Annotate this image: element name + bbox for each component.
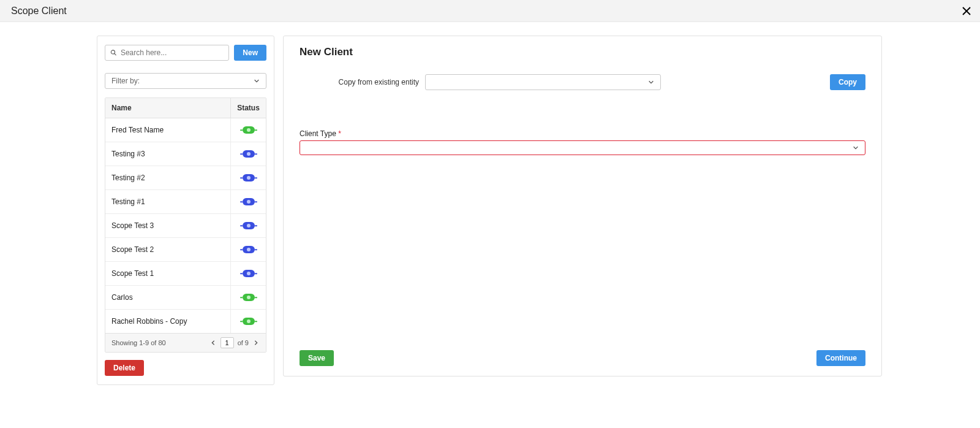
- status-eye-icon: [243, 294, 255, 301]
- status-eye-icon: [243, 174, 255, 182]
- client-status-cell: [231, 142, 266, 166]
- client-status-cell: [231, 262, 266, 285]
- client-type-select[interactable]: [300, 140, 865, 155]
- status-eye-icon: [243, 126, 255, 134]
- chevron-down-icon: [853, 145, 859, 151]
- search-icon: [110, 49, 117, 56]
- new-button[interactable]: New: [234, 45, 266, 61]
- table-row[interactable]: Rachel Robbins - Copy: [105, 310, 266, 333]
- status-eye-icon: [243, 318, 255, 325]
- client-name-cell: Scope Test 1: [105, 262, 231, 285]
- table-row[interactable]: Testing #3: [105, 142, 266, 166]
- search-input[interactable]: [121, 48, 224, 57]
- copy-button[interactable]: Copy: [830, 74, 865, 90]
- client-status-cell: [231, 190, 266, 213]
- status-eye-icon: [243, 222, 255, 229]
- client-name-cell: Carlos: [105, 286, 231, 309]
- status-eye-icon: [243, 198, 255, 205]
- table-row[interactable]: Scope Test 2: [105, 238, 266, 262]
- status-eye-icon: [243, 150, 255, 158]
- chevron-down-icon: [648, 79, 654, 85]
- page-next[interactable]: [252, 339, 260, 346]
- client-status-cell: [231, 118, 266, 142]
- status-eye-icon: [243, 246, 255, 253]
- table-row[interactable]: Carlos: [105, 286, 266, 310]
- client-status-cell: [231, 214, 266, 237]
- search-input-wrapper[interactable]: [105, 45, 229, 61]
- client-list-panel: New Filter by: Name Status Fred Test Nam…: [97, 36, 274, 385]
- form-panel: New Client Copy from existing entity Cop…: [283, 36, 882, 376]
- client-type-label: Client Type *: [300, 129, 865, 138]
- pagination-summary: Showing 1-9 of 80: [111, 339, 166, 346]
- filter-select[interactable]: Filter by:: [105, 73, 266, 89]
- table-row[interactable]: Testing #2: [105, 166, 266, 190]
- required-asterisk: *: [338, 129, 341, 138]
- chevron-down-icon: [254, 78, 260, 84]
- modal-header: Scope Client: [0, 0, 980, 22]
- save-button[interactable]: Save: [300, 350, 334, 366]
- client-status-cell: [231, 166, 266, 189]
- page-of: of 9: [238, 339, 249, 346]
- svg-point-2: [111, 50, 115, 54]
- status-eye-icon: [243, 270, 255, 277]
- client-name-cell: Testing #2: [105, 166, 231, 189]
- client-status-cell: [231, 286, 266, 309]
- pagination: Showing 1-9 of 80 of 9: [105, 333, 266, 352]
- page-title: Scope Client: [11, 6, 67, 17]
- page-input[interactable]: [221, 337, 234, 348]
- delete-button[interactable]: Delete: [105, 360, 144, 376]
- client-name-cell: Testing #3: [105, 142, 231, 166]
- filter-label: Filter by:: [111, 77, 140, 85]
- page-prev[interactable]: [209, 339, 217, 346]
- copy-from-select[interactable]: [425, 74, 661, 90]
- client-name-cell: Rachel Robbins - Copy: [105, 310, 231, 333]
- table-row[interactable]: Scope Test 1: [105, 262, 266, 286]
- table-row[interactable]: Testing #1: [105, 190, 266, 214]
- client-name-cell: Fred Test Name: [105, 118, 231, 142]
- table-row[interactable]: Scope Test 3: [105, 214, 266, 238]
- continue-button[interactable]: Continue: [816, 350, 865, 366]
- form-title: New Client: [300, 46, 865, 58]
- client-status-cell: [231, 310, 266, 333]
- close-icon[interactable]: [959, 4, 974, 18]
- column-header-status[interactable]: Status: [231, 98, 266, 118]
- column-header-name[interactable]: Name: [105, 98, 231, 118]
- client-table: Name Status Fred Test NameTesting #3Test…: [105, 97, 266, 353]
- client-name-cell: Scope Test 3: [105, 214, 231, 237]
- client-name-cell: Scope Test 2: [105, 238, 231, 261]
- copy-from-label: Copy from existing entity: [300, 78, 419, 86]
- client-status-cell: [231, 238, 266, 261]
- client-name-cell: Testing #1: [105, 190, 231, 213]
- table-row[interactable]: Fred Test Name: [105, 118, 266, 142]
- svg-line-3: [115, 53, 116, 55]
